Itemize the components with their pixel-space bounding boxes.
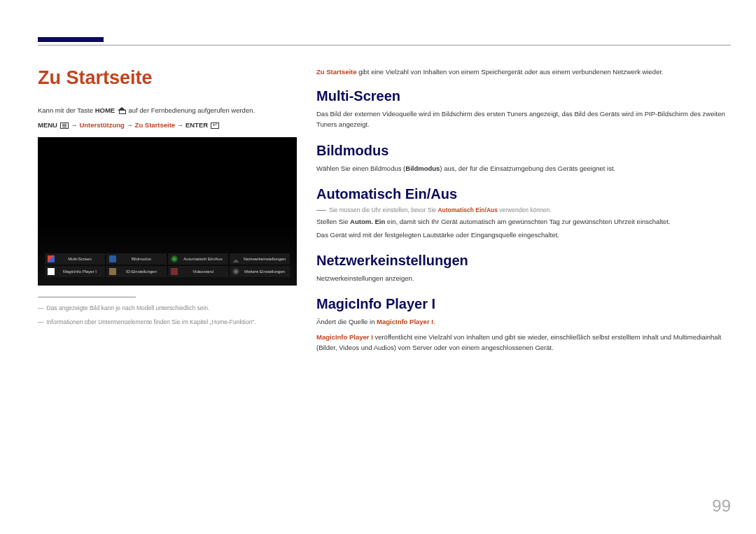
intro-text: Kann mit der Taste HOME auf der Fernbedi… [38, 106, 297, 115]
note-post: verwenden können. [498, 206, 552, 213]
nav-home: Zu Startseite [135, 121, 176, 129]
section-title-auto: Automatisch Ein/Aus [316, 186, 729, 202]
section-body: MagicInfo Player I veröffentlicht eine V… [316, 332, 729, 353]
tile-netzwerk: Netzwerkeinstellungen [230, 253, 290, 265]
intro-pre: Kann mit der Taste [38, 106, 95, 114]
dash-icon: ― [38, 318, 44, 325]
header-rule [38, 45, 731, 45]
nav-arrow: → [175, 121, 186, 129]
section-body: Das Bild der externen Videoquelle wird i… [316, 108, 729, 129]
dash-icon: ― [38, 304, 44, 311]
line1-pre: Ändert die Quelle in [316, 318, 377, 325]
section-note: ― Sie müssen die Uhr einstellen, bevor S… [316, 206, 729, 213]
network-icon [232, 255, 239, 262]
magicinfo-icon [48, 268, 55, 275]
bildmodus-icon [109, 255, 116, 262]
tile-weitere: Weitere Einstellungen [230, 266, 290, 277]
intro-text: gibt eine Vielzahl von Inhalten von eine… [357, 68, 664, 76]
footnote-1: ―Das angezeigte Bild kann je nach Modell… [38, 304, 297, 311]
line1-post: . [433, 318, 435, 325]
page-title: Zu Startseite [38, 67, 297, 89]
videowall-icon [171, 268, 178, 275]
tile-label: Bildmodus [119, 257, 164, 261]
footnote-text: Informationen über Untermenüelemente fin… [47, 318, 256, 325]
header-accent-bar [38, 37, 104, 42]
nav-path: MENU → Unterstützung → Zu Startseite → E… [38, 121, 297, 129]
nav-arrow: → [125, 121, 135, 129]
footnote-rule [38, 297, 136, 297]
line1-em: MagicInfo Player I [377, 318, 433, 325]
intro-home-bold: HOME [95, 106, 115, 114]
tile-id-einst: ID-Einstellungen [106, 266, 167, 277]
section-body: Das Gerät wird mit der festgelegten Laut… [316, 230, 729, 240]
tile-label: Netzwerkeinstellungen [242, 257, 287, 261]
line2-post: ein, damit sich Ihr Gerät automatisch am… [385, 218, 670, 225]
multi-screen-icon [48, 255, 55, 262]
tile-label: Multi-Screen [57, 257, 102, 261]
tv-preview: Multi-Screen Bildmodus Automatisch Ein/A… [38, 137, 297, 286]
tile-label: Automatisch Ein/Aus [181, 257, 225, 261]
section-body: Ändert die Quelle in MagicInfo Player I. [316, 316, 729, 327]
tile-label: Videowand [181, 269, 225, 274]
tile-label: Weitere Einstellungen [242, 269, 287, 274]
note-inner: Sie müssen die Uhr einstellen, bevor Sie… [329, 206, 552, 213]
section-title-multi-screen: Multi-Screen [316, 88, 729, 104]
body-em: Bildmodus [405, 164, 440, 172]
line2-em: Autom. Ein [350, 218, 385, 225]
right-intro: Zu Startseite gibt eine Vielzahl von Inh… [316, 67, 729, 77]
section-body: Wählen Sie einen Bildmodus (Bildmodus) a… [316, 163, 729, 174]
section-body: Stellen Sie Autom. Ein ein, damit sich I… [316, 216, 729, 227]
note-em: Automatisch Ein/Aus [438, 206, 497, 213]
section-title-bildmodus: Bildmodus [316, 143, 729, 159]
tile-bildmodus: Bildmodus [106, 253, 167, 265]
home-icon [118, 107, 126, 114]
section-title-net: Netzwerkeinstellungen [316, 253, 729, 269]
nav-menu: MENU [38, 121, 57, 129]
page-number: 99 [712, 496, 731, 516]
tile-label: MagicInfo Player I [57, 269, 102, 274]
tile-multi-screen: Multi-Screen [45, 253, 105, 265]
intro-emphasis: Zu Startseite [316, 68, 357, 76]
footnote-2: ―Informationen über Untermenüelemente fi… [38, 318, 297, 325]
tile-videowand: Videowand [168, 266, 228, 277]
body-post: ) aus, der für die Einsatzumgebung des G… [440, 164, 615, 172]
body-pre: Wählen Sie einen Bildmodus ( [316, 164, 405, 172]
id-icon [109, 268, 116, 275]
section-body: Netzwerkeinstellungen anzeigen. [316, 273, 729, 283]
tile-magicinfo: MagicInfo Player I [45, 266, 105, 277]
intro-post: auf der Fernbedienung aufgerufen werden. [127, 106, 255, 114]
dash-icon: ― [316, 206, 326, 213]
tile-label: ID-Einstellungen [119, 269, 164, 274]
menu-icon [60, 122, 69, 129]
note-pre: Sie müssen die Uhr einstellen, bevor Sie [329, 206, 438, 213]
line2-body: veröffentlicht eine Vielzahl von Inhalte… [316, 333, 721, 351]
line2-em: MagicInfo Player I [316, 333, 373, 341]
nav-enter: ENTER [186, 121, 208, 129]
tv-menu-grid: Multi-Screen Bildmodus Automatisch Ein/A… [45, 253, 290, 277]
footnote-text: Das angezeigte Bild kann je nach Modell … [47, 304, 210, 311]
line2-pre: Stellen Sie [316, 218, 350, 225]
tile-auto-ein-aus: Automatisch Ein/Aus [168, 253, 228, 265]
nav-support: Unterstützung [79, 121, 124, 129]
section-title-magic: MagicInfo Player I [316, 296, 729, 312]
right-column: Zu Startseite gibt eine Vielzahl von Inh… [316, 67, 729, 365]
left-column: Zu Startseite Kann mit der Taste HOME au… [38, 67, 297, 325]
nav-arrow: → [71, 121, 79, 129]
enter-icon [211, 122, 219, 129]
more-icon [232, 268, 239, 275]
auto-icon [171, 255, 178, 262]
